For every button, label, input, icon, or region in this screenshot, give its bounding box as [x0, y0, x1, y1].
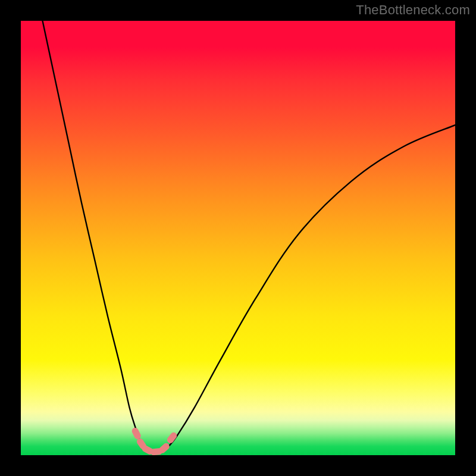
chart-frame: TheBottleneck.com	[0, 0, 476, 476]
watermark-text: TheBottleneck.com	[356, 2, 470, 18]
valley-dot	[131, 427, 142, 440]
plot-area	[21, 21, 455, 455]
curve-layer	[21, 21, 455, 455]
bottleneck-curve	[43, 21, 456, 452]
valley-dots	[131, 427, 178, 455]
curve-path	[43, 21, 456, 452]
